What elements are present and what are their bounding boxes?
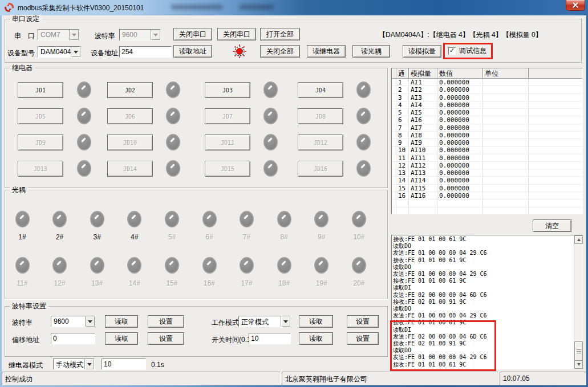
clear-button[interactable]: 清空	[533, 219, 571, 232]
table-header-value[interactable]: 数值	[437, 68, 483, 79]
scroll-down-icon[interactable]	[574, 360, 583, 369]
table-row[interactable]: 6AI60.000000	[392, 116, 582, 124]
relay-button-jd3[interactable]: JD3	[205, 82, 250, 98]
table-cell	[529, 162, 582, 169]
table-cell	[392, 207, 396, 214]
opto-cell-2: 2#	[46, 211, 74, 241]
read-opto-button[interactable]: 读光耦	[352, 45, 390, 58]
table-row[interactable]: 16AI160.000000	[392, 192, 582, 199]
table-row[interactable]: 2AI20.000000	[392, 86, 582, 93]
close-serial-button-2[interactable]: 关闭串口	[217, 28, 256, 40]
table-cell: AI16	[409, 192, 437, 199]
table-cell	[529, 79, 582, 86]
table-row[interactable]: 10AI100.000000	[392, 146, 582, 154]
table-header-analog[interactable]: 模拟量	[409, 68, 437, 79]
offset-read-button[interactable]: 读取	[105, 332, 138, 345]
close-serial-button-1[interactable]: 关闭串口	[173, 28, 212, 40]
offset-set-button[interactable]: 设置	[148, 332, 184, 345]
log-line: 接收:FE 01 01 00 61 9C	[393, 361, 574, 368]
opto-cell-8: 8#	[270, 211, 298, 241]
workmode-set-button[interactable]: 设置	[347, 315, 379, 328]
scroll-up-icon[interactable]	[574, 235, 583, 244]
port-select[interactable]: COM7	[38, 29, 79, 40]
open-all-button[interactable]: 打开全部	[260, 28, 300, 40]
opto-cell-16: 16#	[195, 257, 224, 287]
relay-mode-time-input[interactable]	[102, 359, 146, 370]
debug-info-checkbox[interactable]	[448, 47, 456, 55]
baud-set-button[interactable]: 设置	[148, 315, 184, 328]
chevron-down-icon	[85, 316, 95, 327]
chevron-down-icon	[281, 316, 290, 327]
relay-led-12	[356, 134, 371, 150]
table-row[interactable]: 3AI30.000000	[392, 94, 582, 101]
baud-setting-select[interactable]: 9600	[51, 316, 95, 327]
opto-cell-3: 3#	[83, 211, 111, 241]
table-cell: AI3	[409, 94, 437, 101]
table-row[interactable]: 13AI130.000000	[392, 169, 582, 177]
table-row[interactable]: 8AI80.000000	[392, 132, 582, 139]
table-header-channel[interactable]: 通	[396, 68, 409, 79]
relay-button-jd2[interactable]: JD2	[107, 82, 153, 98]
debug-log-text[interactable]: 接收:FE 01 01 00 61 9C读取DO发送:FE 01 00 00 0…	[392, 235, 574, 369]
opto-label-12: 12#	[54, 279, 66, 287]
switchtime-read-button[interactable]: 读取	[299, 332, 333, 345]
close-all-button[interactable]: 关闭全部	[260, 45, 300, 58]
log-line: 读取DI	[393, 284, 574, 291]
table-row[interactable]: 11AI110.000000	[392, 154, 582, 162]
table-cell	[392, 139, 396, 146]
table-row[interactable]: 7AI70.000000	[392, 124, 582, 132]
opto-label-13: 13#	[91, 279, 103, 287]
device-addr-input[interactable]	[119, 46, 172, 58]
log-line: 发送:FE 01 00 00 00 04 29 C6	[393, 312, 574, 319]
read-relay-button[interactable]: 读继电器	[307, 45, 346, 58]
table-header-unit[interactable]: 单位	[483, 68, 529, 79]
table-cell: AI12	[409, 162, 437, 169]
table-row[interactable]: 1AI10.000000	[392, 79, 582, 86]
table-cell	[392, 177, 396, 184]
relay-button-jd8: JD8	[298, 108, 343, 124]
read-analog-button[interactable]: 读模拟量	[403, 45, 441, 58]
table-row[interactable]: 9AI90.000000	[392, 139, 582, 146]
table-cell: 0.000000	[437, 116, 483, 124]
table-row[interactable]: 14AI140.000000	[392, 177, 582, 184]
opto-led-3	[90, 211, 104, 227]
workmode-read-button[interactable]: 读取	[299, 315, 333, 328]
opto-led-17	[240, 257, 254, 274]
read-addr-button[interactable]: 读取地址	[173, 45, 212, 58]
opto-led-6	[202, 211, 217, 227]
table-cell	[483, 207, 529, 214]
baud-select[interactable]: 9600	[119, 29, 161, 40]
log-scrollbar[interactable]	[574, 235, 582, 369]
table-row[interactable]: 15AI150.000000	[392, 185, 582, 192]
opto-cell-10: 10#	[344, 211, 373, 241]
table-row[interactable]: 5AI50.000000	[392, 109, 582, 116]
relay-led-16	[356, 160, 371, 177]
relay-button-jd9: JD9	[18, 135, 63, 150]
table-row[interactable]: 4AI40.000000	[392, 101, 582, 109]
offset-addr-input[interactable]	[51, 333, 95, 344]
switchtime-input[interactable]	[249, 333, 291, 344]
switchtime-set-button[interactable]: 设置	[347, 332, 379, 345]
log-line: 发送:FE 01 00 00 00 04 29 C6	[393, 271, 574, 278]
relay-button-jd1[interactable]: JD1	[18, 82, 63, 98]
device-model-select[interactable]: DAM0404A	[38, 46, 81, 58]
relay-mode-select[interactable]: 手动模式	[53, 359, 95, 370]
table-row[interactable]: 12AI120.000000	[392, 162, 582, 169]
table-cell	[483, 162, 529, 169]
opto-label-9: 9#	[318, 233, 325, 241]
opto-led-2	[52, 211, 67, 227]
relay-mode-value: 手动模式	[54, 359, 84, 369]
opto-cell-6: 6#	[195, 211, 224, 241]
relay-button-jd11: JD11	[205, 135, 250, 150]
table-cell: 0.000000	[437, 139, 483, 146]
close-button[interactable]	[566, 0, 585, 11]
workmode-select[interactable]: 正常模式	[238, 316, 291, 327]
device-model-value: DAM0404A	[38, 47, 71, 57]
baud-read-button[interactable]: 读取	[105, 315, 138, 328]
device-addr-label: 设备地址	[91, 48, 118, 58]
debug-log-panel: 接收:FE 01 01 00 61 9C读取DO发送:FE 01 00 00 0…	[391, 235, 583, 369]
relay-button-jd4[interactable]: JD4	[298, 82, 343, 98]
debug-info-highlight-box: 调试信息	[443, 43, 493, 59]
table-cell	[529, 94, 582, 101]
log-scrollbar-thumb[interactable]	[574, 341, 583, 361]
